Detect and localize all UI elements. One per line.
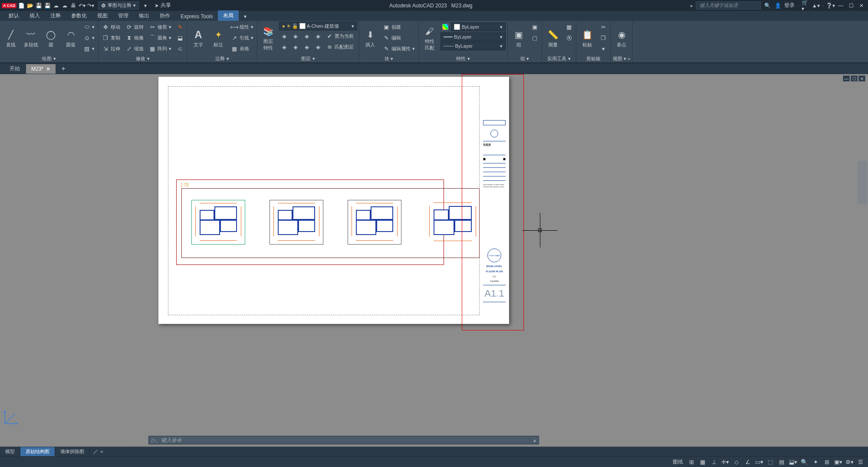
open-icon[interactable]: 📂 bbox=[26, 2, 34, 10]
layouttab-2[interactable]: 墙体拆除图 bbox=[55, 447, 90, 456]
rotate-button[interactable]: ⟳旋转 bbox=[124, 22, 145, 32]
color-dropdown[interactable]: ByLayer▾ bbox=[451, 23, 506, 31]
scale-button[interactable]: ⤢缩放 bbox=[124, 43, 145, 54]
tab-layout[interactable]: 布局 bbox=[218, 10, 239, 21]
status-scale-icon[interactable]: ⬓▾ bbox=[788, 457, 798, 466]
tab-output[interactable]: 输出 bbox=[134, 10, 155, 21]
stretch-button[interactable]: ⇲拉伸 bbox=[100, 43, 122, 54]
status-anno2-icon[interactable]: ✦ bbox=[811, 457, 820, 466]
help-icon[interactable]: ❔▾ bbox=[826, 2, 834, 10]
table-button[interactable]: ▦表格 bbox=[229, 43, 255, 54]
layer-tool-8[interactable]: ◈ bbox=[313, 42, 323, 52]
status-dyn-icon[interactable]: ▤ bbox=[777, 457, 786, 466]
workspace-dropdown[interactable]: ⚙ 草图与注释 ▾ bbox=[98, 1, 139, 10]
tab-default[interactable]: 默认 bbox=[3, 10, 24, 21]
filetab-add[interactable]: ＋ bbox=[56, 64, 70, 73]
filetab-start[interactable]: 开始 bbox=[4, 63, 25, 74]
polyline-button[interactable]: 〰多段线 bbox=[22, 22, 40, 55]
paste-button[interactable]: 📋粘贴 bbox=[578, 22, 596, 55]
panel-annotate-label[interactable]: 注释 ▾ bbox=[189, 55, 255, 62]
floorplan-1[interactable] bbox=[191, 200, 245, 245]
status-grid-icon[interactable]: ⊞ bbox=[687, 457, 696, 466]
share-button[interactable]: ➤ 共享 bbox=[155, 2, 171, 9]
status-osnap-icon[interactable]: ◇ bbox=[732, 457, 741, 466]
drawing-area[interactable]: — ☐ ✕ 毛坯房 xxxx xxxxxxx xx xxxx xxxxx xxx… bbox=[0, 74, 868, 447]
modify-more-2[interactable]: ⬓ bbox=[175, 33, 185, 43]
cloud-save-icon[interactable]: ☁ bbox=[61, 2, 69, 10]
linetype-dropdown[interactable]: ─── ByLayer▾ bbox=[441, 42, 506, 50]
status-snap-icon[interactable]: ▦ bbox=[698, 457, 707, 466]
group-button[interactable]: ▣组 bbox=[510, 22, 528, 55]
minimize-button[interactable]: — bbox=[837, 2, 845, 10]
command-input[interactable]: ▷_ 键入命令 ▴ bbox=[148, 436, 539, 444]
editattr-button[interactable]: ✎编辑属性▾ bbox=[381, 43, 417, 54]
util-tool-2[interactable]: ⦿ bbox=[564, 33, 574, 43]
draw-more-2[interactable]: ⊙▾ bbox=[82, 33, 96, 43]
qat-more-icon[interactable]: ▾ bbox=[141, 2, 149, 10]
modify-more-1[interactable]: ✎ bbox=[175, 22, 185, 32]
status-anno-icon[interactable]: 🔍 bbox=[799, 457, 809, 466]
panel-block-label[interactable]: 块 ▾ bbox=[361, 55, 417, 62]
new-icon[interactable]: 📄 bbox=[17, 2, 25, 10]
base-button[interactable]: ◉基点 bbox=[612, 22, 631, 55]
status-ortho-icon[interactable]: ⊥ bbox=[709, 457, 719, 466]
layerprops-button[interactable]: 📚图层 特性 bbox=[259, 22, 277, 55]
status-iso-icon[interactable]: ▣▾ bbox=[833, 457, 843, 466]
layer-tool-1[interactable]: ◈ bbox=[279, 31, 289, 41]
linear-button[interactable]: ⟼线性▾ bbox=[229, 22, 255, 32]
print-icon[interactable]: 🖶 bbox=[69, 2, 77, 10]
arc-button[interactable]: ◠圆弧 bbox=[62, 22, 80, 55]
clip-more[interactable]: ▾ bbox=[598, 43, 608, 54]
redo-icon[interactable]: ↷▾ bbox=[87, 2, 95, 10]
dim-button[interactable]: ✦标注 bbox=[209, 22, 227, 55]
layouttab-model[interactable]: 模型 bbox=[0, 447, 20, 456]
close-button[interactable]: ✕ bbox=[858, 2, 865, 10]
panel-draw-label[interactable]: 绘图 ▾ bbox=[2, 55, 96, 62]
autodesk-icon[interactable]: ▲▾ bbox=[812, 2, 820, 10]
color-picker[interactable] bbox=[441, 22, 450, 32]
panel-utils-label[interactable]: 实用工具 ▾ bbox=[544, 55, 574, 62]
group-tool-1[interactable]: ▣ bbox=[529, 22, 540, 32]
ucs-icon[interactable] bbox=[3, 408, 20, 426]
user-icon[interactable]: 👤 bbox=[774, 2, 782, 10]
draw-more-1[interactable]: ⬭▾ bbox=[82, 22, 96, 32]
trim-button[interactable]: ✂修剪▾ bbox=[147, 22, 173, 32]
cmd-handle-icon[interactable]: ⋮⋮ bbox=[133, 438, 141, 443]
matchprops-button[interactable]: 🖌特性 匹配 bbox=[421, 22, 439, 55]
save-icon[interactable]: 💾 bbox=[35, 2, 43, 10]
circle-button[interactable]: ◯圆 bbox=[42, 22, 60, 55]
cmd-close-icon[interactable]: ✕ bbox=[143, 438, 147, 443]
layer-tool-2[interactable]: ◈ bbox=[290, 31, 301, 41]
measure-button[interactable]: 📏测量 bbox=[544, 22, 562, 55]
vp-minimize-button[interactable]: — bbox=[843, 75, 850, 82]
print-area-rect[interactable] bbox=[462, 74, 524, 330]
text-button[interactable]: A文字 bbox=[189, 22, 207, 55]
vp-close-button[interactable]: ✕ bbox=[858, 75, 865, 82]
layer-tool-5[interactable]: ◈ bbox=[279, 42, 289, 52]
layer-tool-4[interactable]: ◈ bbox=[313, 31, 323, 41]
panel-layers-label[interactable]: 图层 ▾ bbox=[259, 55, 357, 62]
layer-dropdown[interactable]: ● ☀ 🔓 A-Chen-建筑墙 ▾ bbox=[279, 22, 357, 30]
tab-insert[interactable]: 插入 bbox=[24, 10, 45, 21]
layer-tool-6[interactable]: ◈ bbox=[290, 42, 301, 52]
floorplan-2[interactable] bbox=[270, 200, 323, 245]
status-otrack-icon[interactable]: ∠ bbox=[743, 457, 753, 466]
util-tool-1[interactable]: ▦ bbox=[564, 22, 574, 32]
vp-maximize-button[interactable]: ☐ bbox=[851, 75, 858, 82]
matchlayer-button[interactable]: ≋匹配图层 bbox=[324, 42, 355, 52]
copy-button[interactable]: ❐复制 bbox=[100, 33, 122, 43]
leader-button[interactable]: ↗引线▾ bbox=[229, 33, 255, 43]
navigation-bar[interactable] bbox=[858, 161, 867, 204]
group-tool-2[interactable]: ▢ bbox=[529, 33, 540, 43]
move-button[interactable]: ✥移动 bbox=[100, 22, 122, 32]
cmd-history-icon[interactable]: ▴ bbox=[533, 437, 536, 443]
tab-more[interactable]: ▾ bbox=[239, 12, 252, 21]
edit-button[interactable]: ✎编辑 bbox=[381, 33, 417, 43]
filetab-current[interactable]: M23*✕ bbox=[26, 64, 56, 74]
login-label[interactable]: 登录 bbox=[784, 2, 795, 9]
panel-props-label[interactable]: 特性 ▾ bbox=[421, 55, 506, 62]
copy-clip-button[interactable]: ❐ bbox=[598, 33, 608, 43]
create-button[interactable]: ▣创建 bbox=[381, 22, 417, 32]
status-clean-icon[interactable]: ⚙▾ bbox=[845, 457, 854, 466]
cut-button[interactable]: ✂ bbox=[598, 22, 608, 32]
